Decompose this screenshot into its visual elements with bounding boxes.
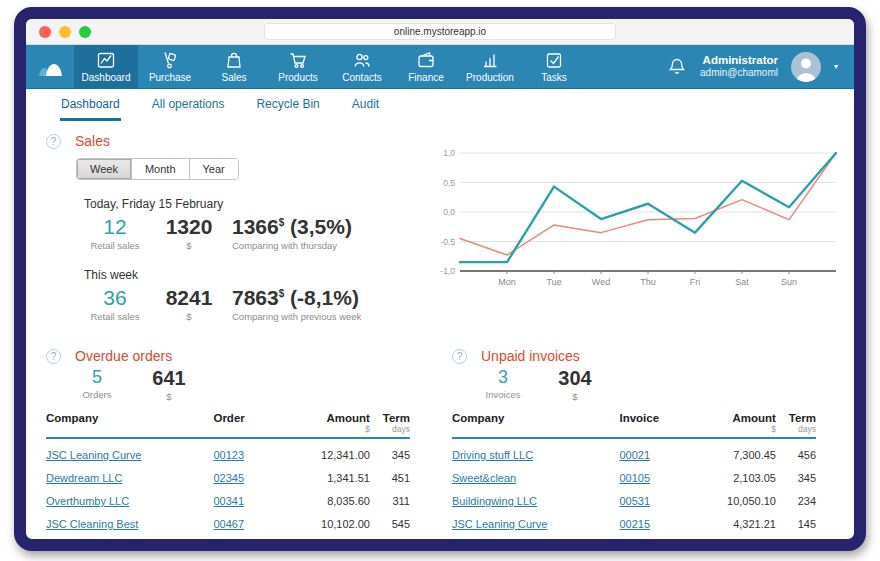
nav-item-label: Contacts — [342, 72, 381, 83]
table-row: Overthumby LLC003418,035.60311 — [46, 489, 410, 512]
order-cell: 02345 — [213, 466, 297, 489]
help-icon[interactable]: ? — [46, 134, 61, 149]
company-link[interactable]: Sweet&clean — [452, 472, 516, 484]
week-amount-value: 8241 — [158, 287, 220, 309]
svg-text:Sat: Sat — [735, 277, 749, 287]
invoice-link[interactable]: 00021 — [619, 449, 650, 461]
help-icon[interactable]: ? — [46, 349, 61, 364]
col-header-company: Company — [452, 412, 619, 438]
company-cell: Sweet&clean — [452, 466, 619, 489]
col-header-amount: Amount$ — [703, 412, 776, 438]
main-navbar: Dashboard Purchase Sales Products — [26, 45, 854, 89]
tab-audit[interactable]: Audit — [351, 89, 380, 121]
help-icon[interactable]: ? — [452, 349, 467, 364]
orders-total-label: $ — [140, 391, 198, 402]
invoice-cell: 00105 — [619, 466, 703, 489]
col-header-order: Order — [213, 412, 297, 438]
week-compare-label: Comparing with previous week — [232, 311, 361, 322]
order-link[interactable]: 02345 — [213, 472, 244, 484]
company-link[interactable]: JSC Leaning Curve — [452, 518, 547, 530]
company-link[interactable]: Dewdream LLC — [46, 472, 122, 484]
svg-text:1,0: 1,0 — [443, 148, 455, 158]
col-header-company: Company — [46, 412, 213, 438]
company-link[interactable]: JSC Cleaning Best — [46, 518, 138, 530]
week-compare-value: 7863$ (-8,1%) — [232, 287, 361, 309]
period-week-button[interactable]: Week — [77, 159, 132, 179]
svg-text:Wed: Wed — [592, 277, 610, 287]
nav-item-finance[interactable]: Finance — [394, 45, 458, 88]
invoices-total: 304 — [546, 368, 604, 389]
invoice-link[interactable]: 00105 — [619, 472, 650, 484]
invoice-cell: 00021 — [619, 438, 703, 466]
notifications-bell-icon[interactable] — [667, 56, 687, 78]
col-header-amount: Amount$ — [297, 412, 370, 438]
order-link[interactable]: 00467 — [213, 518, 244, 530]
svg-text:-0,5: -0,5 — [440, 237, 455, 247]
order-cell: 00341 — [213, 489, 297, 512]
svg-text:Sun: Sun — [781, 277, 797, 287]
nav-item-purchase[interactable]: Purchase — [138, 45, 202, 88]
svg-text:-1,0: -1,0 — [440, 266, 455, 276]
minimize-window-button[interactable] — [59, 26, 71, 38]
overdue-orders-table: Company Order Amount$TermdaysJSC Leaning… — [46, 412, 410, 535]
period-month-button[interactable]: Month — [132, 159, 190, 179]
today-retail-sales-value: 12 — [84, 216, 146, 238]
company-cell: JSC Leaning Curve — [46, 438, 213, 466]
week-amount-label: $ — [158, 311, 220, 322]
tab-recycle-bin[interactable]: Recycle Bin — [255, 89, 320, 121]
close-window-button[interactable] — [39, 26, 51, 38]
svg-text:Tue: Tue — [546, 277, 561, 287]
company-link[interactable]: Driving stuff LLC — [452, 449, 533, 461]
today-retail-sales-label: Retail sales — [84, 240, 146, 251]
user-avatar[interactable] — [791, 52, 821, 82]
term-cell: 145 — [776, 512, 816, 535]
orders-count: 5 — [68, 368, 126, 387]
company-link[interactable]: JSC Leaning Curve — [46, 449, 141, 461]
svg-text:Mon: Mon — [498, 277, 516, 287]
amount-cell: 8,035.60 — [297, 489, 370, 512]
term-cell: 345 — [370, 438, 410, 466]
col-header-invoice: Invoice — [619, 412, 703, 438]
table-row: Sweet&clean001052,103.05345 — [452, 466, 816, 489]
today-amount-label: $ — [158, 240, 220, 251]
table-row: Driving stuff LLC000217,300.45456 — [452, 438, 816, 466]
invoices-count-label: Invoices — [474, 389, 532, 400]
nav-item-products[interactable]: Products — [266, 45, 330, 88]
hand-truck-icon — [160, 50, 180, 70]
nav-item-dashboard[interactable]: Dashboard — [74, 45, 138, 88]
tab-dashboard[interactable]: Dashboard — [60, 89, 121, 121]
tab-all-operations[interactable]: All operations — [151, 89, 226, 121]
user-name: Administrator — [700, 53, 778, 67]
invoice-link[interactable]: 00531 — [619, 495, 650, 507]
order-link[interactable]: 00123 — [213, 449, 244, 461]
sales-line-chart: 1,00,50,0-0,5-1,0MonTueWedThuFriSatSun — [432, 141, 842, 299]
user-menu-caret-icon[interactable]: ▾ — [834, 62, 838, 71]
nav-item-sales[interactable]: Sales — [202, 45, 266, 88]
app-logo[interactable] — [26, 45, 74, 88]
unpaid-invoices-panel: ? Unpaid invoices 3 Invoices 304 $ Compa… — [452, 348, 816, 535]
nav-item-label: Finance — [408, 72, 444, 83]
navbar-right: Administrator admin@chamoml ▾ — [667, 45, 854, 88]
checkbox-icon — [544, 50, 564, 70]
company-cell: JSC Cleaning Best — [46, 512, 213, 535]
invoice-cell: 00531 — [619, 489, 703, 512]
nav-item-label: Purchase — [149, 72, 191, 83]
address-bar[interactable]: online.mystoreapp.io — [264, 23, 616, 40]
order-link[interactable]: 00341 — [213, 495, 244, 507]
week-retail-sales-label: Retail sales — [84, 311, 146, 322]
zoom-window-button[interactable] — [79, 26, 91, 38]
amount-cell: 10,102.00 — [297, 512, 370, 535]
period-year-button[interactable]: Year — [190, 159, 238, 179]
invoice-link[interactable]: 00215 — [619, 518, 650, 530]
week-stats: This week 36 Retail sales 8241 $ — [76, 268, 424, 322]
week-heading: This week — [84, 268, 424, 282]
nav-item-contacts[interactable]: Contacts — [330, 45, 394, 88]
user-info[interactable]: Administrator admin@chamoml — [700, 53, 778, 80]
company-link[interactable]: Overthumby LLC — [46, 495, 129, 507]
nav-item-tasks[interactable]: Tasks — [522, 45, 586, 88]
today-amount-value: 1320 — [158, 216, 220, 238]
invoices-total-label: $ — [546, 391, 604, 402]
nav-item-production[interactable]: Production — [458, 45, 522, 88]
company-link[interactable]: Buildingwing LLC — [452, 495, 537, 507]
person-icon — [791, 52, 821, 82]
